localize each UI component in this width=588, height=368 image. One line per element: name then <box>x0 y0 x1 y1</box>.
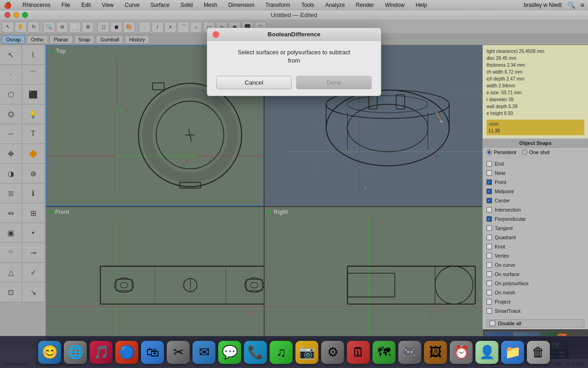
dock-clips[interactable]: ✂ <box>167 341 190 364</box>
dock-calendar[interactable]: 🗓 <box>347 341 370 364</box>
dock-finder[interactable]: 😊 <box>38 341 61 364</box>
dock-contacts[interactable]: 👤 <box>475 341 498 364</box>
dock-network[interactable]: 🌐 <box>64 341 87 364</box>
dock-itunes[interactable]: 🎵 <box>90 341 113 364</box>
dock: 😊 🌐 🎵 🔵 🛍 ✂ ✉ 💬 📞 ♫ 📷 ⚙ 🗓 🗺 🎮 🖼 ⏰ 👤 📁 🗑 <box>0 336 588 368</box>
dock-mail[interactable]: ✉ <box>192 341 215 364</box>
dock-photos[interactable]: 📷 <box>295 341 318 364</box>
dock-spotify[interactable]: ♫ <box>270 341 293 364</box>
dock-maps[interactable]: 🗺 <box>373 341 396 364</box>
dialog-title-text: BooleanDifference <box>268 31 321 38</box>
dialog-close-button[interactable] <box>213 31 219 38</box>
dialog-buttons: Cancel Done <box>207 72 381 96</box>
dock-settings[interactable]: ⚙ <box>321 341 344 364</box>
dialog-overlay: BooleanDifference Select surfaces or pol… <box>0 0 588 348</box>
dialog-message-text: Select surfaces or polysurfaces to subtr… <box>207 41 381 72</box>
dock-photo2[interactable]: 🖼 <box>424 341 447 364</box>
dock-clock[interactable]: ⏰ <box>450 341 473 364</box>
dock-chrome[interactable]: 🔵 <box>115 341 138 364</box>
dialog-cancel-button[interactable]: Cancel <box>216 76 292 89</box>
dock-skype[interactable]: 📞 <box>244 341 267 364</box>
dock-messages[interactable]: 💬 <box>218 341 241 364</box>
dialog-title-bar: BooleanDifference <box>207 28 381 41</box>
dock-gamecontrol[interactable]: 🎮 <box>398 341 421 364</box>
dock-files[interactable]: 📁 <box>501 341 524 364</box>
dialog-done-button[interactable]: Done <box>296 76 372 89</box>
dock-trash[interactable]: 🗑 <box>527 341 550 364</box>
dock-appstore[interactable]: 🛍 <box>141 341 164 364</box>
boolean-difference-dialog: BooleanDifference Select surfaces or pol… <box>207 28 381 96</box>
